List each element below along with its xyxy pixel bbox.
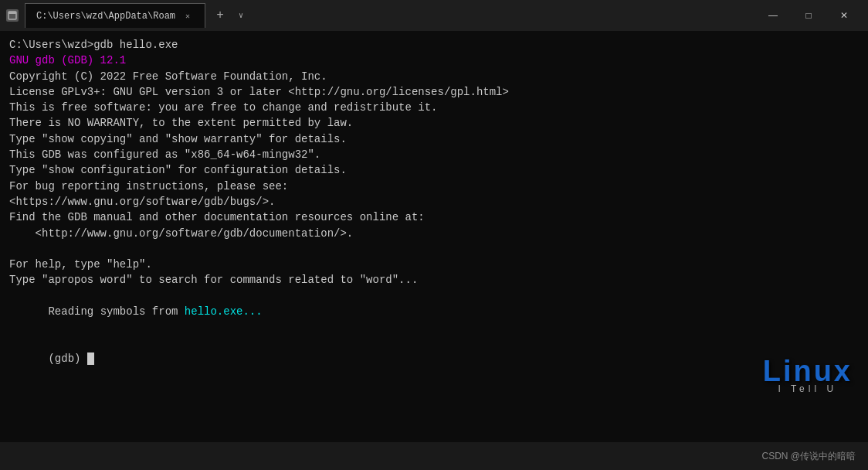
close-button[interactable]: ✕	[826, 0, 862, 31]
tab-active[interactable]: C:\Users\wzd\AppData\Roam ✕	[25, 3, 205, 28]
tab-dropdown-button[interactable]: ∨	[232, 6, 250, 25]
line-apropos: Type "apropos word" to search for comman…	[9, 272, 859, 288]
hello-exe-link: hello.exe...	[185, 305, 263, 318]
watermark-sub-text: I Tell U	[763, 383, 853, 396]
line-show-config: Type "show configuration" for configurat…	[9, 162, 859, 178]
titlebar: C:\Users\wzd\AppData\Roam ✕ + ∨ — □ ✕	[0, 0, 868, 31]
window-controls: — □ ✕	[755, 0, 862, 31]
line-configured: This GDB was configured as "x86_64-w64-m…	[9, 147, 859, 162]
line-free-sw: This is free software: you are free to c…	[9, 100, 859, 115]
line-license: License GPLv3+: GNU GPL version 3 or lat…	[9, 84, 859, 100]
terminal-window: C:\Users\wzd\AppData\Roam ✕ + ∨ — □ ✕ C:…	[0, 0, 868, 470]
line-help: For help, type "help".	[9, 257, 859, 272]
tab-label: C:\Users\wzd\AppData\Roam	[36, 11, 175, 22]
tab-bar: C:\Users\wzd\AppData\Roam ✕ + ∨	[25, 3, 250, 28]
titlebar-left: C:\Users\wzd\AppData\Roam ✕ + ∨	[6, 3, 755, 28]
svg-rect-1	[8, 12, 16, 14]
line-doc-url: <http://www.gnu.org/software/gdb/documen…	[9, 226, 859, 241]
footer-credit: CSDN @传说中的暗暗	[761, 450, 856, 463]
line-bug-report: For bug reporting instructions, please s…	[9, 179, 859, 194]
line-blank1	[9, 241, 859, 257]
line-copyright: Copyright (C) 2022 Free Software Foundat…	[9, 69, 859, 84]
watermark-linux-logo: Linux I Tell U	[763, 356, 853, 396]
watermark: Linux I Tell U	[763, 356, 853, 396]
tab-close-button[interactable]: ✕	[181, 10, 194, 22]
line-prompt: (gdb)	[9, 335, 859, 383]
terminal-output[interactable]: C:\Users\wzd>gdb hello.exe GNU gdb (GDB)…	[0, 31, 868, 442]
reading-prefix: Reading symbols from	[48, 305, 184, 318]
line-reading: Reading symbols from hello.exe...	[9, 288, 859, 335]
maximize-button[interactable]: □	[791, 0, 826, 31]
line-manual: Find the GDB manual and other documentat…	[9, 209, 859, 225]
new-tab-button[interactable]: +	[209, 4, 232, 27]
gdb-prompt: (gdb)	[48, 352, 86, 365]
footer-bar: CSDN @传说中的暗暗	[0, 442, 868, 470]
line-cmd: C:\Users\wzd>gdb hello.exe	[9, 37, 859, 53]
window-icon	[6, 9, 19, 22]
line-gdb-version: GNU gdb (GDB) 12.1	[9, 53, 859, 68]
watermark-linux-text: Linux	[763, 356, 853, 386]
line-warranty: There is NO WARRANTY, to the extent perm…	[9, 115, 859, 131]
minimize-button[interactable]: —	[755, 0, 791, 31]
cursor-blink	[87, 352, 94, 365]
line-bug-url: <https://www.gnu.org/software/gdb/bugs/>…	[9, 194, 859, 209]
line-show-copying: Type "show copying" and "show warranty" …	[9, 131, 859, 147]
